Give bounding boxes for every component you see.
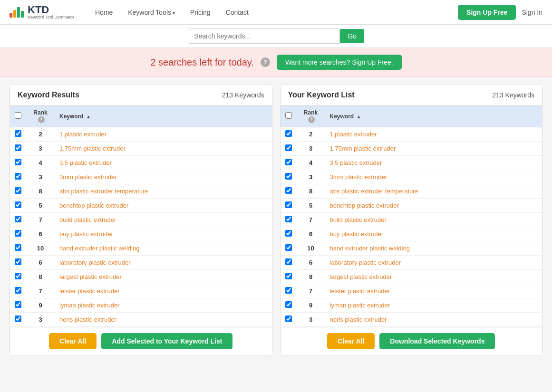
add-selected-button[interactable]: Add Selected to Your Keyword List — [101, 333, 232, 349]
left-row-checkbox[interactable] — [15, 258, 21, 265]
left-row-rank: 8 — [26, 270, 55, 284]
nav-right: Sign Up Free Sign In — [458, 5, 542, 20]
right-row-checkbox-cell — [281, 142, 297, 156]
left-row-checkbox[interactable] — [15, 316, 21, 322]
alert-banner: 2 searches left for today. ? Want more s… — [0, 48, 552, 77]
right-panel-count: 213 Keywords — [492, 91, 534, 99]
left-row-checkbox[interactable] — [15, 173, 21, 180]
rank-help-icon[interactable]: ? — [38, 116, 45, 123]
bar-green-short — [21, 11, 24, 18]
right-rank-help-icon[interactable]: ? — [308, 116, 315, 123]
right-select-all-checkbox[interactable] — [285, 112, 292, 119]
left-row-rank: 3 — [26, 142, 55, 156]
signin-link[interactable]: Sign In — [522, 9, 542, 16]
nav-pricing[interactable]: Pricing — [184, 5, 217, 20]
keyword-results-panel: Keyword Results 213 Keywords Rank ? Keyw… — [10, 85, 272, 355]
search-input[interactable] — [188, 29, 340, 44]
right-panel-footer: Clear All Download Selected Keywords — [281, 327, 542, 355]
right-table-row: 8 largest plastic extruder — [281, 270, 542, 284]
right-row-checkbox[interactable] — [285, 159, 292, 165]
left-row-checkbox-cell — [10, 298, 26, 313]
right-row-checkbox-cell — [281, 270, 297, 284]
brand: KTD Keyword Tool Dominator — [10, 5, 74, 19]
left-row-checkbox[interactable] — [15, 201, 21, 208]
right-row-rank: 2 — [297, 127, 325, 142]
nav-contact[interactable]: Contact — [219, 5, 255, 20]
right-row-rank: 6 — [297, 256, 325, 270]
right-row-checkbox[interactable] — [285, 244, 292, 251]
right-row-checkbox[interactable] — [285, 144, 292, 151]
keyword-list-panel: Your Keyword List 213 Keywords Rank ? Ke… — [280, 85, 543, 355]
left-table-row: 6 buy plastic extruder — [10, 227, 272, 241]
left-table-row: 3 3mm plastic extruder — [10, 170, 272, 184]
left-row-rank: 10 — [26, 241, 55, 256]
left-row-keyword: 1.75mm plastic extruder — [55, 142, 272, 156]
right-panel-header: Your Keyword List 213 Keywords — [281, 85, 542, 105]
right-row-checkbox[interactable] — [285, 258, 292, 265]
left-row-checkbox[interactable] — [15, 159, 21, 165]
left-row-checkbox[interactable] — [15, 244, 21, 251]
right-row-checkbox[interactable] — [285, 173, 292, 180]
right-row-checkbox[interactable] — [285, 316, 292, 322]
left-row-checkbox[interactable] — [15, 273, 21, 279]
right-clear-all-button[interactable]: Clear All — [327, 333, 375, 349]
right-row-checkbox-cell — [281, 199, 297, 213]
right-row-checkbox[interactable] — [285, 301, 292, 308]
right-row-checkbox[interactable] — [285, 273, 292, 279]
brand-logo — [10, 7, 24, 18]
left-row-checkbox[interactable] — [15, 301, 21, 308]
left-select-all-checkbox[interactable] — [15, 112, 21, 119]
left-row-keyword: benchtop plastic extruder — [55, 199, 272, 213]
left-row-checkbox[interactable] — [15, 130, 21, 137]
more-searches-button[interactable]: Want more searches? Sign Up Free. — [277, 55, 402, 70]
download-selected-button[interactable]: Download Selected Keywords — [379, 333, 495, 349]
right-row-checkbox[interactable] — [285, 230, 292, 237]
right-table-row: 6 laboratory plastic extruder — [281, 256, 542, 270]
right-row-rank: 4 — [297, 156, 325, 170]
left-row-checkbox[interactable] — [15, 230, 21, 237]
right-row-rank: 7 — [297, 284, 325, 298]
left-row-checkbox[interactable] — [15, 287, 21, 294]
left-panel-count: 213 Keywords — [222, 91, 264, 99]
search-button[interactable]: Go — [340, 29, 364, 43]
signup-button[interactable]: Sign Up Free — [458, 5, 516, 20]
left-row-checkbox-cell — [10, 213, 26, 227]
left-row-rank: 7 — [26, 284, 55, 298]
search-area: Go — [0, 25, 552, 48]
right-row-checkbox[interactable] — [285, 216, 292, 222]
main-content: Keyword Results 213 Keywords Rank ? Keyw… — [0, 77, 552, 363]
left-table-body: 2 1 plastic extruder 3 1.75mm plastic ex… — [10, 127, 272, 327]
left-row-checkbox[interactable] — [15, 144, 21, 151]
right-table-body: 2 1 plastic extruder 3 1.75mm plastic ex… — [281, 127, 542, 327]
right-row-checkbox[interactable] — [285, 287, 292, 294]
bar-orange — [13, 10, 16, 18]
left-row-checkbox-cell — [10, 256, 26, 270]
left-row-keyword: laboratory plastic extruder — [55, 256, 272, 270]
right-row-rank: 5 — [297, 199, 325, 213]
alert-help-icon[interactable]: ? — [261, 57, 270, 67]
left-row-keyword: 1 plastic extruder — [55, 127, 272, 142]
nav-home[interactable]: Home — [88, 5, 119, 20]
left-row-rank: 6 — [26, 256, 55, 270]
brand-sub-label: Keyword Tool Dominator — [28, 15, 74, 19]
right-row-keyword: buy plastic extruder — [325, 227, 542, 241]
right-row-checkbox[interactable] — [285, 187, 292, 194]
left-clear-all-button[interactable]: Clear All — [49, 333, 97, 349]
right-row-keyword: laboratory plastic extruder — [325, 256, 542, 270]
right-row-checkbox-cell — [281, 256, 297, 270]
left-table-row: 8 largest plastic extruder — [10, 270, 272, 284]
right-row-checkbox-cell — [281, 156, 297, 170]
right-row-rank: 3 — [297, 142, 325, 156]
nav-keyword-tools[interactable]: Keyword Tools — [121, 5, 182, 20]
right-table-row: 9 lyman plastic extruder — [281, 298, 542, 313]
right-row-checkbox[interactable] — [285, 130, 292, 137]
left-row-checkbox[interactable] — [15, 187, 21, 194]
left-row-keyword: 3.5 plastic extruder — [55, 156, 272, 170]
left-row-keyword: buy plastic extruder — [55, 227, 272, 241]
left-panel-footer: Clear All Add Selected to Your Keyword L… — [10, 327, 272, 355]
left-row-checkbox-cell — [10, 227, 26, 241]
alert-text: 2 searches left for today. — [150, 57, 254, 68]
right-table-row: 6 buy plastic extruder — [281, 227, 542, 241]
left-row-checkbox[interactable] — [15, 216, 21, 222]
right-row-checkbox[interactable] — [285, 201, 292, 208]
